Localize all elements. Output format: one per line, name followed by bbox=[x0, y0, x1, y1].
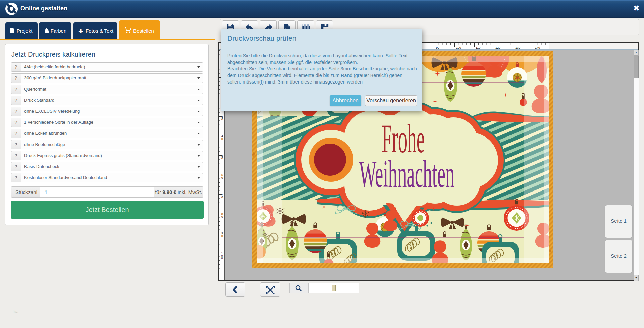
svg-text:Weihnachten: Weihnachten bbox=[359, 153, 455, 195]
